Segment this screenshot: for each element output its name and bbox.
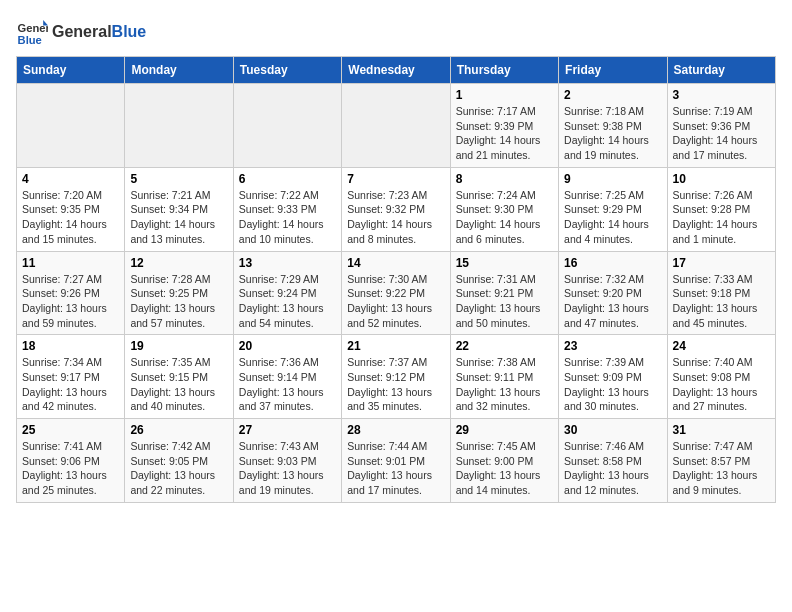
day-number: 10 bbox=[673, 172, 770, 186]
day-number: 3 bbox=[673, 88, 770, 102]
day-content: Sunrise: 7:31 AM Sunset: 9:21 PM Dayligh… bbox=[456, 272, 553, 331]
day-number: 6 bbox=[239, 172, 336, 186]
day-content: Sunrise: 7:40 AM Sunset: 9:08 PM Dayligh… bbox=[673, 355, 770, 414]
day-content: Sunrise: 7:32 AM Sunset: 9:20 PM Dayligh… bbox=[564, 272, 661, 331]
calendar-cell: 20Sunrise: 7:36 AM Sunset: 9:14 PM Dayli… bbox=[233, 335, 341, 419]
day-number: 4 bbox=[22, 172, 119, 186]
day-number: 29 bbox=[456, 423, 553, 437]
day-content: Sunrise: 7:25 AM Sunset: 9:29 PM Dayligh… bbox=[564, 188, 661, 247]
day-number: 28 bbox=[347, 423, 444, 437]
calendar-cell bbox=[342, 84, 450, 168]
day-content: Sunrise: 7:45 AM Sunset: 9:00 PM Dayligh… bbox=[456, 439, 553, 498]
calendar-cell: 14Sunrise: 7:30 AM Sunset: 9:22 PM Dayli… bbox=[342, 251, 450, 335]
day-content: Sunrise: 7:47 AM Sunset: 8:57 PM Dayligh… bbox=[673, 439, 770, 498]
calendar-cell bbox=[233, 84, 341, 168]
calendar-cell: 21Sunrise: 7:37 AM Sunset: 9:12 PM Dayli… bbox=[342, 335, 450, 419]
day-number: 13 bbox=[239, 256, 336, 270]
calendar-cell: 31Sunrise: 7:47 AM Sunset: 8:57 PM Dayli… bbox=[667, 419, 775, 503]
day-content: Sunrise: 7:26 AM Sunset: 9:28 PM Dayligh… bbox=[673, 188, 770, 247]
day-number: 23 bbox=[564, 339, 661, 353]
day-content: Sunrise: 7:20 AM Sunset: 9:35 PM Dayligh… bbox=[22, 188, 119, 247]
day-content: Sunrise: 7:36 AM Sunset: 9:14 PM Dayligh… bbox=[239, 355, 336, 414]
day-number: 9 bbox=[564, 172, 661, 186]
day-number: 11 bbox=[22, 256, 119, 270]
calendar-cell: 29Sunrise: 7:45 AM Sunset: 9:00 PM Dayli… bbox=[450, 419, 558, 503]
day-content: Sunrise: 7:41 AM Sunset: 9:06 PM Dayligh… bbox=[22, 439, 119, 498]
weekday-header-tuesday: Tuesday bbox=[233, 57, 341, 84]
calendar-cell: 26Sunrise: 7:42 AM Sunset: 9:05 PM Dayli… bbox=[125, 419, 233, 503]
weekday-header-wednesday: Wednesday bbox=[342, 57, 450, 84]
calendar-cell: 15Sunrise: 7:31 AM Sunset: 9:21 PM Dayli… bbox=[450, 251, 558, 335]
calendar-cell: 17Sunrise: 7:33 AM Sunset: 9:18 PM Dayli… bbox=[667, 251, 775, 335]
day-number: 5 bbox=[130, 172, 227, 186]
calendar-cell: 9Sunrise: 7:25 AM Sunset: 9:29 PM Daylig… bbox=[559, 167, 667, 251]
logo-general-text: GeneralBlue bbox=[52, 23, 146, 41]
calendar-cell: 4Sunrise: 7:20 AM Sunset: 9:35 PM Daylig… bbox=[17, 167, 125, 251]
day-number: 14 bbox=[347, 256, 444, 270]
calendar-cell: 19Sunrise: 7:35 AM Sunset: 9:15 PM Dayli… bbox=[125, 335, 233, 419]
header: General Blue GeneralBlue bbox=[16, 16, 776, 48]
day-content: Sunrise: 7:35 AM Sunset: 9:15 PM Dayligh… bbox=[130, 355, 227, 414]
logo: General Blue GeneralBlue bbox=[16, 16, 146, 48]
svg-text:Blue: Blue bbox=[18, 34, 42, 46]
calendar-cell: 3Sunrise: 7:19 AM Sunset: 9:36 PM Daylig… bbox=[667, 84, 775, 168]
day-number: 8 bbox=[456, 172, 553, 186]
day-content: Sunrise: 7:38 AM Sunset: 9:11 PM Dayligh… bbox=[456, 355, 553, 414]
day-content: Sunrise: 7:18 AM Sunset: 9:38 PM Dayligh… bbox=[564, 104, 661, 163]
calendar-cell: 16Sunrise: 7:32 AM Sunset: 9:20 PM Dayli… bbox=[559, 251, 667, 335]
day-content: Sunrise: 7:29 AM Sunset: 9:24 PM Dayligh… bbox=[239, 272, 336, 331]
day-number: 18 bbox=[22, 339, 119, 353]
calendar-cell: 2Sunrise: 7:18 AM Sunset: 9:38 PM Daylig… bbox=[559, 84, 667, 168]
calendar-cell bbox=[125, 84, 233, 168]
weekday-header-monday: Monday bbox=[125, 57, 233, 84]
day-number: 15 bbox=[456, 256, 553, 270]
calendar-cell: 6Sunrise: 7:22 AM Sunset: 9:33 PM Daylig… bbox=[233, 167, 341, 251]
day-number: 16 bbox=[564, 256, 661, 270]
day-number: 7 bbox=[347, 172, 444, 186]
calendar-cell: 12Sunrise: 7:28 AM Sunset: 9:25 PM Dayli… bbox=[125, 251, 233, 335]
weekday-header-thursday: Thursday bbox=[450, 57, 558, 84]
calendar-cell: 27Sunrise: 7:43 AM Sunset: 9:03 PM Dayli… bbox=[233, 419, 341, 503]
day-number: 20 bbox=[239, 339, 336, 353]
day-content: Sunrise: 7:24 AM Sunset: 9:30 PM Dayligh… bbox=[456, 188, 553, 247]
day-number: 1 bbox=[456, 88, 553, 102]
day-content: Sunrise: 7:43 AM Sunset: 9:03 PM Dayligh… bbox=[239, 439, 336, 498]
calendar-cell: 22Sunrise: 7:38 AM Sunset: 9:11 PM Dayli… bbox=[450, 335, 558, 419]
day-content: Sunrise: 7:39 AM Sunset: 9:09 PM Dayligh… bbox=[564, 355, 661, 414]
calendar-table: SundayMondayTuesdayWednesdayThursdayFrid… bbox=[16, 56, 776, 503]
calendar-cell: 30Sunrise: 7:46 AM Sunset: 8:58 PM Dayli… bbox=[559, 419, 667, 503]
day-number: 17 bbox=[673, 256, 770, 270]
day-content: Sunrise: 7:42 AM Sunset: 9:05 PM Dayligh… bbox=[130, 439, 227, 498]
calendar-cell: 24Sunrise: 7:40 AM Sunset: 9:08 PM Dayli… bbox=[667, 335, 775, 419]
day-number: 21 bbox=[347, 339, 444, 353]
day-number: 22 bbox=[456, 339, 553, 353]
calendar-cell: 8Sunrise: 7:24 AM Sunset: 9:30 PM Daylig… bbox=[450, 167, 558, 251]
calendar-cell: 13Sunrise: 7:29 AM Sunset: 9:24 PM Dayli… bbox=[233, 251, 341, 335]
day-content: Sunrise: 7:21 AM Sunset: 9:34 PM Dayligh… bbox=[130, 188, 227, 247]
calendar-cell: 11Sunrise: 7:27 AM Sunset: 9:26 PM Dayli… bbox=[17, 251, 125, 335]
day-content: Sunrise: 7:44 AM Sunset: 9:01 PM Dayligh… bbox=[347, 439, 444, 498]
day-content: Sunrise: 7:28 AM Sunset: 9:25 PM Dayligh… bbox=[130, 272, 227, 331]
calendar-cell: 7Sunrise: 7:23 AM Sunset: 9:32 PM Daylig… bbox=[342, 167, 450, 251]
logo-icon: General Blue bbox=[16, 16, 48, 48]
calendar-cell bbox=[17, 84, 125, 168]
weekday-header-friday: Friday bbox=[559, 57, 667, 84]
day-content: Sunrise: 7:46 AM Sunset: 8:58 PM Dayligh… bbox=[564, 439, 661, 498]
day-content: Sunrise: 7:22 AM Sunset: 9:33 PM Dayligh… bbox=[239, 188, 336, 247]
day-number: 24 bbox=[673, 339, 770, 353]
day-content: Sunrise: 7:27 AM Sunset: 9:26 PM Dayligh… bbox=[22, 272, 119, 331]
calendar-cell: 25Sunrise: 7:41 AM Sunset: 9:06 PM Dayli… bbox=[17, 419, 125, 503]
day-content: Sunrise: 7:33 AM Sunset: 9:18 PM Dayligh… bbox=[673, 272, 770, 331]
day-content: Sunrise: 7:37 AM Sunset: 9:12 PM Dayligh… bbox=[347, 355, 444, 414]
day-content: Sunrise: 7:23 AM Sunset: 9:32 PM Dayligh… bbox=[347, 188, 444, 247]
day-content: Sunrise: 7:30 AM Sunset: 9:22 PM Dayligh… bbox=[347, 272, 444, 331]
day-number: 19 bbox=[130, 339, 227, 353]
day-number: 27 bbox=[239, 423, 336, 437]
day-number: 2 bbox=[564, 88, 661, 102]
day-number: 26 bbox=[130, 423, 227, 437]
calendar-cell: 5Sunrise: 7:21 AM Sunset: 9:34 PM Daylig… bbox=[125, 167, 233, 251]
calendar-cell: 1Sunrise: 7:17 AM Sunset: 9:39 PM Daylig… bbox=[450, 84, 558, 168]
calendar-cell: 18Sunrise: 7:34 AM Sunset: 9:17 PM Dayli… bbox=[17, 335, 125, 419]
day-content: Sunrise: 7:17 AM Sunset: 9:39 PM Dayligh… bbox=[456, 104, 553, 163]
day-number: 30 bbox=[564, 423, 661, 437]
